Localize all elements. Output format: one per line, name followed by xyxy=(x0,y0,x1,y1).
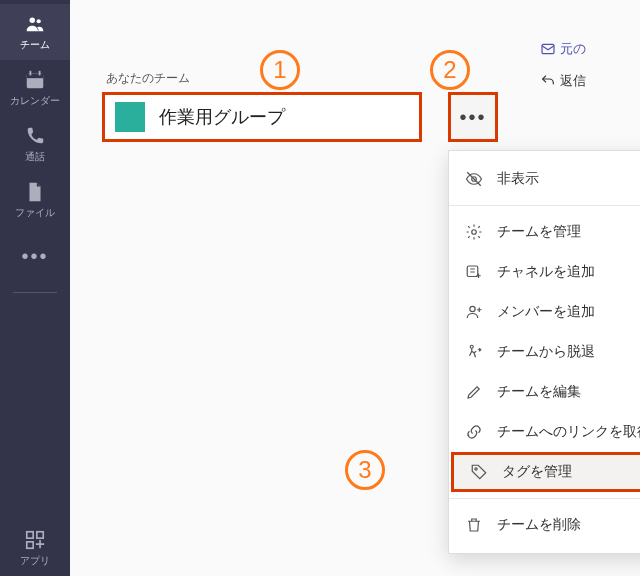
svg-rect-12 xyxy=(467,266,478,277)
team-row[interactable]: 作業用グループ xyxy=(102,92,422,142)
reply-button[interactable]: 返信 xyxy=(540,72,586,90)
menu-label: チャネルを追加 xyxy=(497,263,595,281)
svg-point-1 xyxy=(37,19,41,23)
menu-label: チームを編集 xyxy=(497,383,581,401)
right-edge: 元の 返信 xyxy=(540,0,640,90)
trash-icon xyxy=(465,516,483,534)
gear-icon xyxy=(465,223,483,241)
menu-label: メンバーを追加 xyxy=(497,303,595,321)
sidebar-more[interactable]: ••• xyxy=(0,228,70,284)
sidebar-label: カレンダー xyxy=(10,94,60,108)
menu-edit-team[interactable]: チームを編集 xyxy=(449,372,640,412)
sidebar-label: ファイル xyxy=(15,206,55,220)
team-name: 作業用グループ xyxy=(159,105,285,129)
menu-label: チームから脱退 xyxy=(497,343,595,361)
svg-rect-4 xyxy=(30,71,32,76)
svg-rect-5 xyxy=(39,71,41,76)
leave-icon xyxy=(465,343,483,361)
menu-label: チームを削除 xyxy=(497,516,581,534)
reply-label: 返信 xyxy=(560,72,586,90)
menu-get-link[interactable]: チームへのリンクを取得 xyxy=(449,412,640,452)
reply-icon xyxy=(540,73,556,89)
callout-3: 3 xyxy=(345,450,385,490)
callout-2: 2 xyxy=(430,50,470,90)
svg-point-14 xyxy=(470,345,473,348)
svg-point-0 xyxy=(30,18,36,23)
svg-point-15 xyxy=(475,468,477,470)
menu-delete-team[interactable]: チームを削除 xyxy=(449,505,640,545)
people-icon xyxy=(23,12,47,36)
menu-label: 非表示 xyxy=(497,170,539,188)
sidebar-item-apps[interactable]: アプリ xyxy=(0,520,70,576)
your-teams-label: あなたのチーム xyxy=(106,70,190,87)
original-link-label: 元の xyxy=(560,40,586,58)
phone-icon xyxy=(23,124,47,148)
sidebar-item-calendar[interactable]: カレンダー xyxy=(0,60,70,116)
menu-leave-team[interactable]: チームから脱退 xyxy=(449,332,640,372)
menu-label: タグを管理 xyxy=(502,463,572,481)
add-channel-icon xyxy=(465,263,483,281)
sidebar-item-calls[interactable]: 通話 xyxy=(0,116,70,172)
apps-icon xyxy=(23,528,47,552)
menu-manage-team[interactable]: チームを管理 xyxy=(449,212,640,252)
ellipsis-icon: ••• xyxy=(459,106,486,129)
hide-icon xyxy=(465,170,483,188)
tag-icon xyxy=(470,463,488,481)
team-context-menu: 非表示 チームを管理 チャネルを追加 メンバーを追加 チームから脱退 xyxy=(448,150,640,554)
link-icon xyxy=(465,423,483,441)
svg-rect-6 xyxy=(27,532,33,538)
team-more-button[interactable]: ••• xyxy=(448,92,498,142)
svg-rect-7 xyxy=(37,532,43,538)
menu-add-member[interactable]: メンバーを追加 xyxy=(449,292,640,332)
menu-manage-tags[interactable]: タグを管理 xyxy=(451,452,640,492)
svg-point-13 xyxy=(470,306,475,311)
menu-add-channel[interactable]: チャネルを追加 xyxy=(449,252,640,292)
sidebar-label: チーム xyxy=(20,38,50,52)
mail-icon xyxy=(540,41,556,57)
add-member-icon xyxy=(465,303,483,321)
sidebar-item-teams[interactable]: チーム xyxy=(0,4,70,60)
menu-label: チームを管理 xyxy=(497,223,581,241)
menu-label: チームへのリンクを取得 xyxy=(497,423,640,441)
svg-rect-3 xyxy=(27,74,44,79)
sidebar-label: 通話 xyxy=(25,150,45,164)
original-link[interactable]: 元の xyxy=(540,40,586,58)
app-rail: チーム カレンダー 通話 ファイル ••• アプリ xyxy=(0,0,70,576)
pencil-icon xyxy=(465,383,483,401)
menu-separator xyxy=(449,205,640,206)
menu-separator xyxy=(449,498,640,499)
main-area: あなたのチーム 作業用グループ ••• 元の 返信 非表示 xyxy=(70,0,640,576)
team-avatar xyxy=(115,102,145,132)
svg-point-11 xyxy=(472,230,477,235)
calendar-icon xyxy=(23,68,47,92)
sidebar-item-files[interactable]: ファイル xyxy=(0,172,70,228)
sidebar-label: アプリ xyxy=(20,554,50,568)
divider xyxy=(13,292,57,293)
file-icon xyxy=(23,180,47,204)
svg-rect-8 xyxy=(27,542,33,548)
callout-1: 1 xyxy=(260,50,300,90)
ellipsis-icon: ••• xyxy=(23,244,47,268)
menu-hide[interactable]: 非表示 xyxy=(449,159,640,199)
